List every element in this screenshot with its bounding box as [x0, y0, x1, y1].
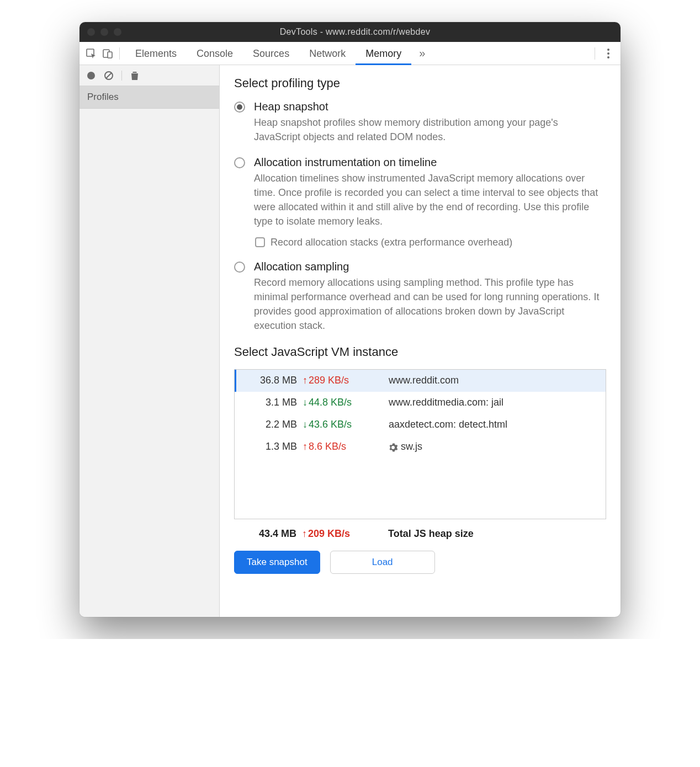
- vm-instance-header: Select JavaScript VM instance: [234, 345, 606, 359]
- vm-origin: aaxdetect.com: detect.html: [374, 419, 606, 430]
- option-heap-snapshot[interactable]: Heap snapshot Heap snapshot profiles sho…: [234, 100, 606, 144]
- vm-rate: ↓44.8 KB/s: [303, 397, 374, 408]
- option-title: Allocation instrumentation on timeline: [254, 156, 606, 169]
- vm-origin: www.redditmedia.com: jail: [374, 397, 606, 408]
- vm-rate: ↑8.6 KB/s: [303, 441, 374, 452]
- traffic-lights: [87, 28, 121, 36]
- settings-kebab-icon[interactable]: [601, 42, 616, 65]
- option-title: Allocation sampling: [254, 260, 606, 273]
- devtools-window: DevTools - www.reddit.com/r/webdev Eleme…: [79, 22, 621, 617]
- option-allocation-sampling[interactable]: Allocation sampling Record memory alloca…: [234, 260, 606, 333]
- profiling-type-header: Select profiling type: [234, 76, 606, 90]
- radio-allocation-sampling[interactable]: [234, 260, 246, 333]
- arrow-up-icon: ↑: [303, 441, 307, 452]
- vm-size: 1.3 MB: [236, 441, 303, 452]
- main-panel: Select profiling type Heap snapshot Heap…: [220, 65, 621, 617]
- totals-row: 43.4 MB ↑209 KB/s Total JS heap size: [234, 528, 606, 540]
- vm-row[interactable]: 3.1 MB↓44.8 KB/swww.redditmedia.com: jai…: [235, 392, 606, 414]
- radio-allocation-timeline[interactable]: [234, 156, 246, 248]
- tab-elements[interactable]: Elements: [125, 42, 187, 65]
- option-title: Heap snapshot: [254, 100, 606, 113]
- vm-origin: www.reddit.com: [374, 375, 606, 386]
- separator: [595, 47, 595, 60]
- trash-icon[interactable]: [129, 70, 141, 82]
- table-empty-space: [235, 458, 606, 519]
- tab-sources[interactable]: Sources: [243, 42, 299, 65]
- total-rate: ↑209 KB/s: [302, 528, 374, 540]
- total-label: Total JS heap size: [374, 528, 474, 540]
- tab-console[interactable]: Console: [187, 42, 243, 65]
- sidebar: Profiles: [79, 65, 220, 617]
- zoom-window-button[interactable]: [114, 28, 121, 36]
- load-button[interactable]: Load: [330, 551, 435, 574]
- svg-point-3: [87, 72, 95, 79]
- tab-memory[interactable]: Memory: [356, 42, 411, 65]
- total-size: 43.4 MB: [236, 528, 302, 540]
- devtools-tabbar: Elements Console Sources Network Memory …: [79, 42, 621, 65]
- vm-row[interactable]: 36.8 MB↑289 KB/swww.reddit.com: [235, 370, 606, 392]
- option-desc: Record memory allocations using sampling…: [254, 275, 606, 333]
- record-icon[interactable]: [85, 70, 97, 82]
- close-window-button[interactable]: [87, 28, 95, 36]
- separator: [121, 71, 122, 81]
- arrow-up-icon: ↑: [303, 375, 307, 386]
- sidebar-toolbar: [79, 65, 219, 86]
- arrow-down-icon: ↓: [303, 397, 307, 408]
- vm-size: 36.8 MB: [236, 375, 303, 386]
- minimize-window-button[interactable]: [100, 28, 108, 36]
- arrow-down-icon: ↓: [303, 419, 307, 430]
- device-toolbar-icon[interactable]: [99, 45, 116, 62]
- inspect-element-icon[interactable]: [83, 45, 99, 62]
- vm-rate: ↑289 KB/s: [303, 375, 374, 386]
- vm-instance-table: 36.8 MB↑289 KB/swww.reddit.com3.1 MB↓44.…: [234, 369, 606, 519]
- radio-heap-snapshot[interactable]: [234, 100, 246, 144]
- option-desc: Allocation timelines show instrumented J…: [254, 171, 606, 228]
- svg-line-5: [106, 73, 112, 78]
- vm-rate: ↓43.6 KB/s: [303, 419, 374, 430]
- arrow-up-icon: ↑: [302, 528, 307, 540]
- sidebar-item-profiles[interactable]: Profiles: [79, 86, 219, 109]
- take-snapshot-button[interactable]: Take snapshot: [234, 551, 320, 574]
- clear-icon[interactable]: [103, 70, 115, 82]
- checkbox-record-stacks[interactable]: [255, 237, 265, 247]
- vm-size: 3.1 MB: [236, 397, 303, 408]
- vm-size: 2.2 MB: [236, 419, 303, 430]
- tab-network[interactable]: Network: [299, 42, 356, 65]
- svg-rect-2: [108, 52, 112, 58]
- option-allocation-timeline[interactable]: Allocation instrumentation on timeline A…: [234, 156, 606, 248]
- more-tabs-icon[interactable]: »: [415, 47, 429, 60]
- checkbox-label: Record allocation stacks (extra performa…: [271, 237, 512, 248]
- titlebar: DevTools - www.reddit.com/r/webdev: [79, 22, 621, 42]
- vm-row[interactable]: 2.2 MB↓43.6 KB/saaxdetect.com: detect.ht…: [235, 414, 606, 436]
- option-desc: Heap snapshot profiles show memory distr…: [254, 115, 606, 144]
- vm-origin: sw.js: [374, 441, 606, 452]
- window-title: DevTools - www.reddit.com/r/webdev: [130, 27, 613, 37]
- separator: [119, 47, 120, 60]
- vm-row[interactable]: 1.3 MB↑8.6 KB/ssw.js: [235, 436, 606, 458]
- gear-icon: [389, 443, 397, 452]
